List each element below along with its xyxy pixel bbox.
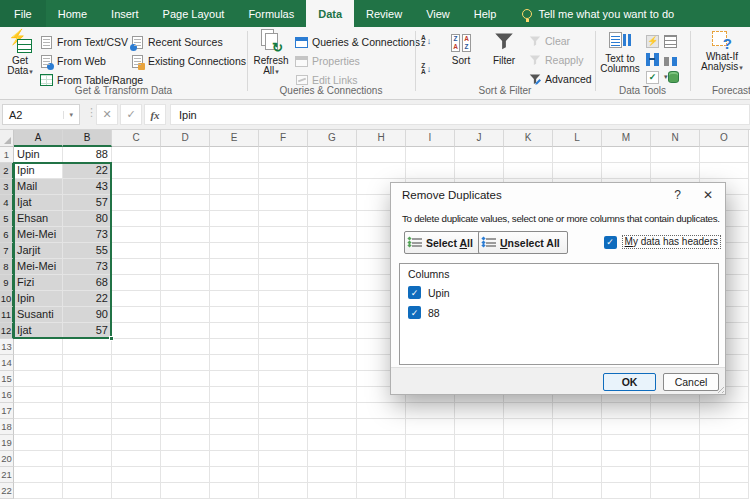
cell-G13[interactable] — [308, 339, 357, 355]
cell-I21[interactable] — [406, 467, 455, 483]
cell-A13[interactable] — [14, 339, 63, 355]
cell-J22[interactable] — [455, 483, 504, 499]
cell-B7[interactable]: 55 — [63, 243, 112, 259]
cell-L19[interactable] — [553, 435, 602, 451]
cell-B14[interactable] — [63, 355, 112, 371]
cell-B21[interactable] — [63, 467, 112, 483]
cell-F3[interactable] — [259, 179, 308, 195]
cell-K20[interactable] — [504, 451, 553, 467]
sort-button[interactable]: ZA AZ Sort — [445, 33, 477, 66]
cell-D15[interactable] — [161, 371, 210, 387]
cell-N20[interactable] — [651, 451, 700, 467]
row-header-4[interactable]: 4 — [0, 195, 14, 211]
cell-F14[interactable] — [259, 355, 308, 371]
cell-I2[interactable] — [406, 163, 455, 179]
row-header-2[interactable]: 2 — [0, 163, 14, 179]
cell-C11[interactable] — [112, 307, 161, 323]
cell-L17[interactable] — [553, 403, 602, 419]
cell-A18[interactable] — [14, 419, 63, 435]
cell-A15[interactable] — [14, 371, 63, 387]
cell-D22[interactable] — [161, 483, 210, 499]
cell-G20[interactable] — [308, 451, 357, 467]
cell-F13[interactable] — [259, 339, 308, 355]
cell-B2[interactable]: 22 — [63, 163, 112, 179]
cell-E12[interactable] — [210, 323, 259, 339]
tab-home[interactable]: Home — [46, 0, 99, 27]
cell-H20[interactable] — [357, 451, 406, 467]
select-all-corner[interactable] — [0, 130, 14, 147]
cell-G12[interactable] — [308, 323, 357, 339]
cell-E15[interactable] — [210, 371, 259, 387]
cell-A2[interactable]: Ipin — [14, 163, 63, 179]
cell-C13[interactable] — [112, 339, 161, 355]
column-header-L[interactable]: L — [553, 130, 602, 147]
column-header-B[interactable]: B — [63, 130, 112, 147]
cell-K1[interactable] — [504, 147, 553, 163]
cell-G16[interactable] — [308, 387, 357, 403]
cell-E22[interactable] — [210, 483, 259, 499]
cell-H17[interactable] — [357, 403, 406, 419]
cell-G11[interactable] — [308, 307, 357, 323]
cell-F17[interactable] — [259, 403, 308, 419]
cell-O22[interactable] — [700, 483, 749, 499]
cell-D20[interactable] — [161, 451, 210, 467]
get-data-button[interactable]: ⚡ Get Data▾ — [3, 29, 37, 77]
row-header-16[interactable]: 16 — [0, 387, 14, 403]
cell-B18[interactable] — [63, 419, 112, 435]
cell-A6[interactable]: Mei-Mei — [14, 227, 63, 243]
cell-D13[interactable] — [161, 339, 210, 355]
cell-G1[interactable] — [308, 147, 357, 163]
cell-D21[interactable] — [161, 467, 210, 483]
cancel-button[interactable]: Cancel — [663, 373, 719, 391]
cell-E9[interactable] — [210, 275, 259, 291]
from-text-csv-button[interactable]: From Text/CSV — [40, 34, 128, 50]
cell-L1[interactable] — [553, 147, 602, 163]
cell-A19[interactable] — [14, 435, 63, 451]
cell-F9[interactable] — [259, 275, 308, 291]
cell-F12[interactable] — [259, 323, 308, 339]
cell-I19[interactable] — [406, 435, 455, 451]
tab-review[interactable]: Review — [354, 0, 414, 27]
cell-A7[interactable]: Jarjit — [14, 243, 63, 259]
cell-C14[interactable] — [112, 355, 161, 371]
reapply-filter-button[interactable]: Reapply — [528, 52, 584, 68]
cell-G10[interactable] — [308, 291, 357, 307]
column-header-I[interactable]: I — [406, 130, 455, 147]
row-header-3[interactable]: 3 — [0, 179, 14, 195]
cell-G5[interactable] — [308, 211, 357, 227]
cell-F10[interactable] — [259, 291, 308, 307]
cell-B1[interactable]: 88 — [63, 147, 112, 163]
dialog-help-icon[interactable]: ? — [674, 188, 681, 202]
cell-O2[interactable] — [700, 163, 749, 179]
cell-C9[interactable] — [112, 275, 161, 291]
consolidate-button[interactable]: ✓▾ — [646, 69, 668, 85]
cell-A16[interactable] — [14, 387, 63, 403]
cell-H2[interactable] — [357, 163, 406, 179]
cell-E20[interactable] — [210, 451, 259, 467]
relationships-button[interactable] — [664, 51, 677, 67]
cell-I1[interactable] — [406, 147, 455, 163]
filter-button[interactable]: Filter — [486, 31, 522, 66]
cell-F18[interactable] — [259, 419, 308, 435]
cell-D1[interactable] — [161, 147, 210, 163]
cell-C1[interactable] — [112, 147, 161, 163]
cell-C12[interactable] — [112, 323, 161, 339]
cell-C15[interactable] — [112, 371, 161, 387]
cell-C22[interactable] — [112, 483, 161, 499]
unselect-all-button[interactable]: Unselect All — [478, 231, 568, 254]
cell-E4[interactable] — [210, 195, 259, 211]
column-header-K[interactable]: K — [504, 130, 553, 147]
cell-O17[interactable] — [700, 403, 749, 419]
cell-A21[interactable] — [14, 467, 63, 483]
cell-F4[interactable] — [259, 195, 308, 211]
cell-B3[interactable]: 43 — [63, 179, 112, 195]
cell-F8[interactable] — [259, 259, 308, 275]
cell-H19[interactable] — [357, 435, 406, 451]
cell-B10[interactable]: 22 — [63, 291, 112, 307]
column-item-88[interactable]: ✓ 88 — [408, 306, 440, 319]
row-header-17[interactable]: 17 — [0, 403, 14, 419]
cell-G17[interactable] — [308, 403, 357, 419]
my-data-has-headers-checkbox[interactable]: ✓ My data has headers — [604, 235, 721, 249]
cell-D17[interactable] — [161, 403, 210, 419]
cell-B16[interactable] — [63, 387, 112, 403]
